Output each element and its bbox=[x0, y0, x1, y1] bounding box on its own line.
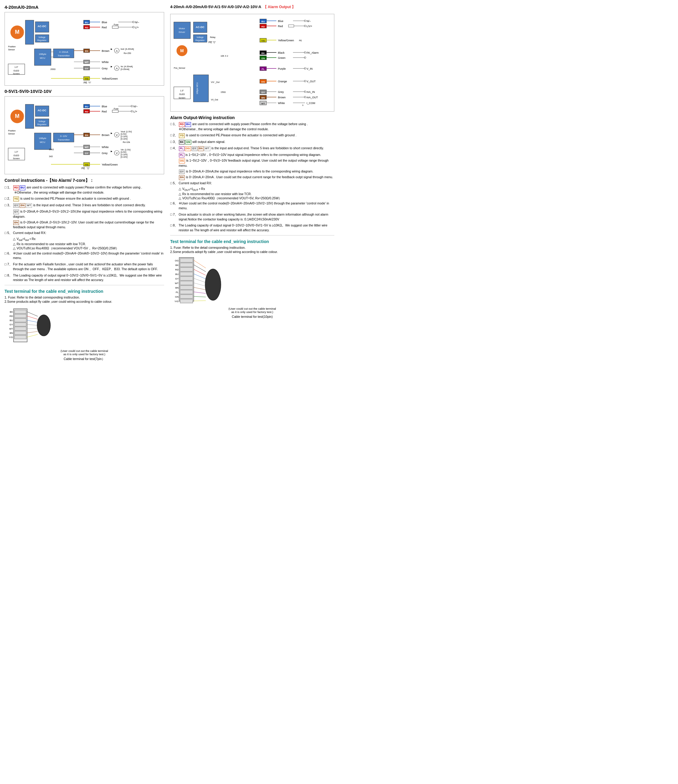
svg-text:Black: Black bbox=[278, 51, 285, 54]
svg-text:L/V+: L/V+ bbox=[307, 25, 312, 28]
svg-text:4~20mA: 4~20mA bbox=[59, 51, 69, 53]
svg-text:GN: GN bbox=[175, 296, 179, 298]
svg-point-175 bbox=[37, 315, 50, 336]
svg-text:200Ω: 200Ω bbox=[50, 68, 56, 70]
svg-rect-160 bbox=[14, 335, 26, 339]
svg-text:AC-DC: AC-DC bbox=[38, 25, 47, 28]
svg-text:MCU: MCU bbox=[40, 141, 45, 143]
svg-text:Driver: Driver bbox=[179, 31, 185, 33]
svg-text:Position: Position bbox=[8, 45, 16, 48]
svg-text:10K X 2: 10K X 2 bbox=[221, 55, 228, 57]
svg-line-174 bbox=[27, 334, 38, 337]
svg-text:Relay: Relay bbox=[210, 36, 215, 39]
svg-line-295 bbox=[194, 278, 206, 283]
svg-text:RD: RD bbox=[85, 110, 89, 113]
svg-text:Position: Position bbox=[8, 130, 16, 132]
svg-rect-275 bbox=[180, 277, 193, 280]
alarm-instr-5-tri1: △VOUT=IOUT • Rx bbox=[179, 187, 334, 191]
svg-text:BU: BU bbox=[85, 105, 89, 108]
svg-rect-77 bbox=[25, 104, 34, 128]
schematic-4-20ma: M Motor Control AC-DC Voltage Regulator … bbox=[7, 14, 151, 84]
svg-text:WT: WT bbox=[175, 282, 179, 285]
diagram-4-20ma: M Motor Control AC-DC Voltage Regulator … bbox=[5, 12, 164, 86]
svg-text:OG: OG bbox=[175, 259, 179, 262]
right-cable-note2: 2.Some products adopt fly cable ,user co… bbox=[170, 250, 334, 254]
svg-text:16Byte: 16Byte bbox=[39, 53, 47, 56]
svg-rect-155 bbox=[14, 314, 26, 318]
cable-svg-7pin: BK RD BU GY WT BN Y/G bbox=[5, 306, 65, 348]
svg-rect-272 bbox=[180, 263, 193, 267]
svg-text:Screen: Screen bbox=[13, 73, 20, 75]
alarm-instr-2: □ 2、 YG is used to connected PE.Please e… bbox=[170, 133, 334, 138]
svg-text:V: V bbox=[116, 134, 118, 137]
svg-text:Voltage: Voltage bbox=[38, 120, 45, 123]
svg-line-291 bbox=[194, 260, 206, 268]
svg-text:GY: GY bbox=[9, 323, 13, 326]
control-instructions: Control instructions -【No Alarm/ 7-core】… bbox=[5, 178, 164, 283]
svg-text:BN: BN bbox=[85, 134, 89, 137]
svg-text:Grey: Grey bbox=[102, 67, 108, 70]
left-cable-note2: 2.Some products adopt fly cable ,user co… bbox=[5, 300, 164, 303]
alarm-instr-4: □ 4、 PLOGGYBNWT is the input and output … bbox=[170, 146, 334, 151]
svg-text:Vout: [1-5V]: Vout: [1-5V] bbox=[121, 131, 132, 133]
svg-text:PE: PE bbox=[299, 39, 302, 42]
svg-rect-276 bbox=[180, 281, 193, 285]
svg-text:Control: Control bbox=[23, 35, 25, 42]
instr-3-sub2: BN is 0~20mA,4~20mA ,0~5V,0~10V,2~10V. U… bbox=[13, 220, 164, 230]
svg-text:▶: ▶ bbox=[111, 132, 112, 134]
svg-text:Y/G: Y/G bbox=[175, 300, 179, 303]
svg-text:RD: RD bbox=[175, 268, 179, 271]
svg-text:BK: BK bbox=[10, 311, 13, 313]
svg-text:PE: PE bbox=[84, 81, 87, 84]
svg-text:V_IN: V_IN bbox=[307, 67, 313, 70]
svg-text:Sensor: Sensor bbox=[8, 48, 15, 51]
svg-text:[0-10V]: [0-10V] bbox=[121, 138, 128, 140]
right-cable-title: Test terminal for the cable end_wiring i… bbox=[170, 239, 334, 244]
svg-text:Y/G: Y/G bbox=[85, 164, 89, 166]
svg-text:PL: PL bbox=[176, 291, 179, 294]
cable-svg-10pin: OG BK RD BU GY WT BN PL GN Y/G bbox=[170, 256, 240, 306]
svg-line-299 bbox=[194, 296, 206, 297]
svg-rect-280 bbox=[180, 299, 193, 303]
left-cable-footer: Cable terminal for test(7pin） bbox=[5, 357, 164, 361]
svg-line-172 bbox=[27, 328, 38, 329]
svg-text:V/V _Out: V/V _Out bbox=[211, 81, 219, 84]
svg-text:Pos_Sensor: Pos_Sensor bbox=[174, 67, 185, 69]
right-cable-cut-note: (User could cut out the cable terminal a… bbox=[170, 307, 334, 314]
svg-text:[2-10V]: [2-10V] bbox=[121, 135, 128, 138]
svg-text:1kΩ: 1kΩ bbox=[49, 155, 53, 157]
svg-text:Rx>10k: Rx>10k bbox=[123, 141, 130, 143]
instr-item-6: □ 6、 ※User could set the control mode(0~… bbox=[5, 251, 164, 261]
svg-text:Yellow/Green: Yellow/Green bbox=[102, 163, 118, 166]
svg-text:WT: WT bbox=[261, 102, 265, 105]
svg-text:OLED: OLED bbox=[13, 154, 19, 157]
svg-text:V/I_Out: V/I_Out bbox=[211, 99, 218, 101]
svg-text:▶: ▶ bbox=[111, 150, 112, 152]
svg-text:WT: WT bbox=[85, 146, 89, 149]
svg-text:Transmitter: Transmitter bbox=[58, 138, 70, 141]
svg-text:WT: WT bbox=[9, 327, 13, 330]
svg-rect-33 bbox=[112, 26, 118, 28]
svg-text:N/–: N/– bbox=[133, 105, 137, 108]
svg-text:PL: PL bbox=[262, 68, 265, 70]
svg-text:mA_IN: mA_IN bbox=[307, 90, 315, 93]
svg-text:Regulator: Regulator bbox=[37, 39, 47, 42]
svg-text:16Byte: 16Byte bbox=[39, 137, 47, 140]
svg-text:Transmitter: Transmitter bbox=[58, 54, 70, 57]
svg-line-171 bbox=[27, 324, 38, 325]
alarm-instr-5-tri3: △VOUT≤8V,so Rx≤400Ω（recommended VOUT=5V,… bbox=[179, 196, 334, 201]
svg-text:[0-5V]: [0-5V] bbox=[121, 133, 126, 135]
svg-text:BN: BN bbox=[175, 286, 179, 289]
alarm-label: 【 Alarm Output 】 bbox=[263, 5, 295, 10]
alarm-instr-6: □ 6、 ※User could set the control mode(0~… bbox=[170, 201, 334, 211]
instr-item-8: □ 8、 The Loading capacity of output sign… bbox=[5, 273, 164, 283]
svg-text:Rx<250: Rx<250 bbox=[124, 52, 131, 54]
svg-line-173 bbox=[27, 331, 38, 333]
instr-3-sub1: GY is 0~20mA,4~20mA,0~5V,0~10V,2~10V,the… bbox=[13, 209, 164, 219]
left-divider bbox=[5, 285, 164, 285]
svg-text:Red: Red bbox=[102, 110, 107, 113]
svg-text:AC-DC: AC-DC bbox=[196, 26, 204, 29]
svg-line-169 bbox=[27, 316, 38, 319]
svg-rect-193 bbox=[193, 75, 209, 102]
svg-text:White: White bbox=[278, 102, 285, 105]
